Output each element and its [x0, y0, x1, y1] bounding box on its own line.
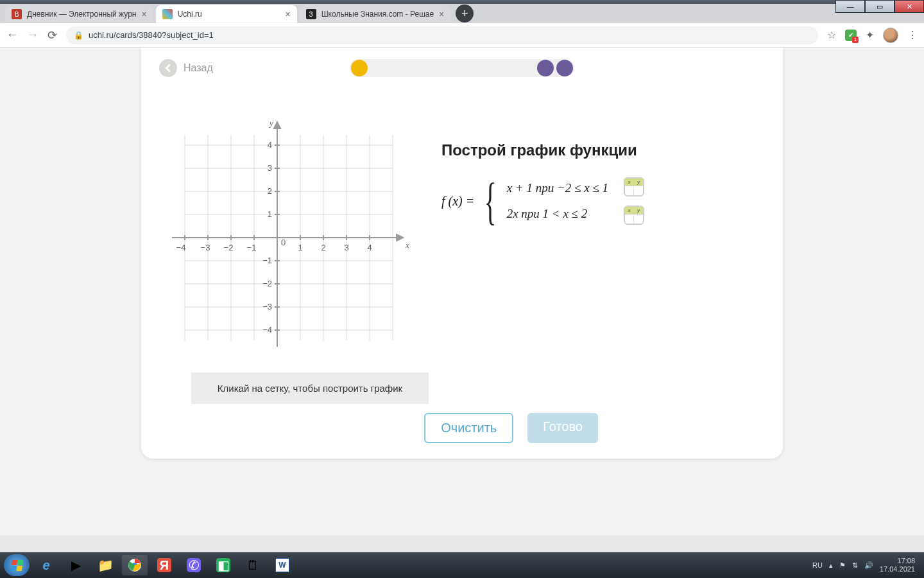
url-bar: ← → ⟳ 🔒 uchi.ru/cards/38840?subject_id=1… — [0, 23, 924, 48]
piecewise-row-1: x + 1 при −2 ≤ x ≤ 1 — [507, 181, 608, 195]
svg-text:x: x — [405, 240, 409, 250]
svg-text:−2: −2 — [262, 279, 272, 288]
svg-marker-22 — [274, 122, 280, 128]
favicon-icon: З — [306, 9, 316, 19]
svg-text:1: 1 — [298, 243, 302, 252]
badge: 1 — [852, 37, 859, 43]
tray-arrow-icon[interactable]: ▴ — [829, 561, 833, 570]
url-text: uchi.ru/cards/38840?subject_id=1 — [89, 30, 214, 40]
close-button[interactable]: ✕ — [894, 0, 924, 13]
extensions-icon[interactable]: ✦ — [866, 29, 874, 41]
svg-text:1: 1 — [268, 209, 272, 219]
svg-text:−1: −1 — [247, 243, 257, 252]
svg-text:−1: −1 — [262, 256, 272, 265]
function-label: f (x) = — [441, 194, 474, 209]
svg-text:−4: −4 — [262, 325, 272, 335]
progress-dot-current — [351, 60, 368, 76]
tab-uchi[interactable]: Uchi.ru × — [156, 5, 297, 23]
tab-close-icon[interactable]: × — [285, 9, 290, 19]
tray-clock[interactable]: 17:08 17.04.2021 — [880, 557, 915, 574]
adblock-icon[interactable]: ✔1 — [845, 30, 857, 41]
svg-text:−2: −2 — [224, 243, 234, 252]
taskbar-chrome-icon[interactable] — [122, 555, 148, 575]
progress-dot — [537, 60, 554, 76]
coordinate-grid[interactable]: y x 0 −4 −3 −2 −1 1 2 3 4 — [159, 116, 416, 360]
taskbar-yandex-icon[interactable]: Я — [151, 555, 177, 575]
ready-button[interactable]: Готово — [527, 413, 598, 443]
reload-icon[interactable]: ⟳ — [47, 28, 57, 42]
taskbar-media-icon[interactable]: ▶ — [63, 555, 89, 575]
minimize-button[interactable]: — — [835, 0, 865, 13]
brace-icon: { — [484, 182, 497, 220]
progress-bar — [350, 59, 574, 77]
svg-text:y: y — [268, 118, 273, 128]
svg-text:4: 4 — [367, 243, 372, 252]
taskbar-app-icon[interactable]: ◧ — [210, 555, 236, 575]
svg-text:−3: −3 — [262, 302, 272, 311]
svg-text:−4: −4 — [176, 243, 186, 252]
tab-title: Школьные Знания.com - Решае — [321, 10, 434, 19]
forward-icon[interactable]: → — [27, 28, 38, 42]
tab-title: Uchi.ru — [178, 10, 202, 19]
tab-title: Дневник — Электронный журн — [27, 10, 136, 19]
taskbar-ie-icon[interactable]: e — [33, 555, 59, 575]
taskbar-word-icon[interactable]: W — [270, 555, 295, 575]
system-tray: RU ▴ ⚑ ⇅ 🔊 17:08 17.04.2021 — [812, 557, 920, 574]
favicon-icon: В — [12, 9, 22, 19]
tab-close-icon[interactable]: × — [439, 9, 444, 19]
svg-marker-20 — [397, 234, 403, 241]
tray-sound-icon[interactable]: 🔊 — [864, 561, 873, 570]
tab-dnevnik[interactable]: В Дневник — Электронный журн × — [5, 5, 153, 23]
value-table-button-1[interactable]: xy — [624, 177, 644, 197]
clear-button[interactable]: Очистить — [424, 413, 513, 443]
svg-text:3: 3 — [268, 163, 272, 173]
piecewise-row-2: 2x при 1 < x ≤ 2 — [507, 207, 608, 221]
svg-text:−3: −3 — [201, 243, 210, 252]
lock-icon: 🔒 — [74, 31, 83, 40]
maximize-button[interactable]: ▭ — [865, 0, 894, 13]
new-tab-button[interactable]: + — [456, 4, 474, 22]
back-icon[interactable]: ← — [6, 28, 18, 42]
svg-text:0: 0 — [281, 238, 286, 247]
svg-text:2: 2 — [321, 243, 325, 252]
start-button[interactable] — [4, 554, 30, 576]
toolbar-right: ☆ ✔1 ✦ ⋮ — [827, 28, 918, 43]
task-panel: Построй график функции f (x) = { x + 1 п… — [441, 116, 644, 360]
profile-avatar[interactable] — [883, 28, 898, 43]
taskbar-viber-icon[interactable]: ✆ — [181, 555, 207, 575]
taskbar-notes-icon[interactable]: 🗒 — [240, 555, 266, 575]
window-controls: — ▭ ✕ — [835, 0, 924, 13]
svg-text:4: 4 — [268, 140, 272, 150]
star-icon[interactable]: ☆ — [827, 29, 836, 41]
tray-lang[interactable]: RU — [812, 561, 823, 569]
hint-text: Кликай на сетку, чтобы построить график — [191, 372, 429, 404]
menu-icon[interactable]: ⋮ — [907, 29, 918, 41]
taskbar-explorer-icon[interactable]: 📁 — [92, 555, 118, 575]
favicon-icon — [162, 9, 173, 19]
svg-text:3: 3 — [344, 243, 348, 252]
lesson-back-button[interactable] — [159, 59, 177, 77]
taskbar: e ▶ 📁 Я ✆ ◧ 🗒 W RU ▴ ⚑ ⇅ 🔊 17:08 17.04.2… — [0, 552, 924, 578]
svg-text:2: 2 — [268, 186, 272, 196]
tray-network-icon[interactable]: ⇅ — [852, 561, 858, 570]
lesson-back-label: Назад — [184, 62, 213, 74]
progress-dot — [556, 60, 573, 76]
page-content: Назад — [0, 48, 924, 536]
browser-tabs: В Дневник — Электронный журн × Uchi.ru ×… — [0, 4, 924, 23]
task-title: Построй график функции — [441, 141, 644, 159]
tab-znaniya[interactable]: З Школьные Знания.com - Решае × — [300, 5, 451, 23]
address-input[interactable]: 🔒 uchi.ru/cards/38840?subject_id=1 — [66, 26, 818, 44]
lesson-card: Назад — [141, 48, 783, 459]
tray-flag-icon[interactable]: ⚑ — [839, 561, 846, 570]
tab-close-icon[interactable]: × — [141, 9, 146, 19]
value-table-button-2[interactable]: xy — [624, 206, 644, 225]
